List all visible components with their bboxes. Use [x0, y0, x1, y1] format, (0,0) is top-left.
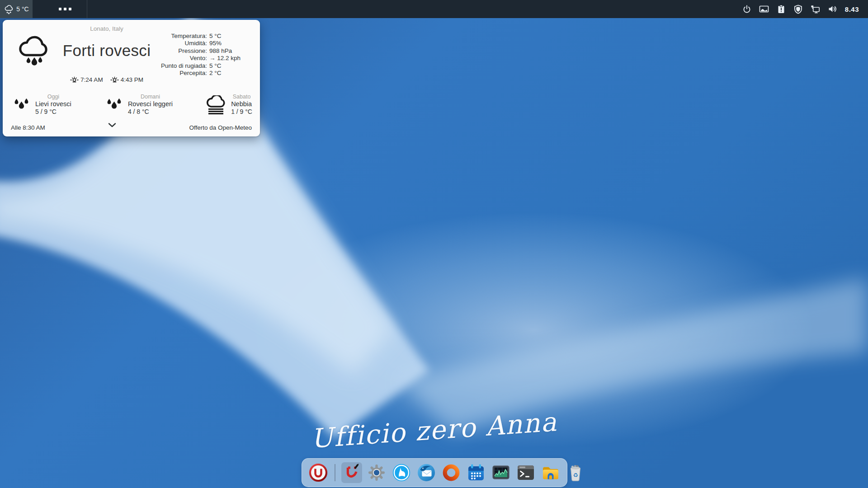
panel-overflow-menu-button[interactable]	[53, 0, 77, 18]
sun-times: 7:24 AM 4:43 PM	[39, 76, 175, 84]
forecast-domani: DomaniRovesci leggeri4 / 8 °C	[104, 94, 173, 120]
weather-popup: Lonato, Italy Forti rovesci	[3, 20, 260, 136]
system-tray: 8.43	[742, 4, 868, 14]
forecast-day: Oggi	[35, 94, 71, 100]
weather-attribution: Offerto da Open-Meteo	[189, 124, 252, 131]
ellipsis-icon	[59, 8, 61, 10]
sunrise-icon	[70, 76, 79, 84]
rain-icon	[12, 95, 31, 115]
dock-separator	[335, 464, 335, 481]
forecast-condition: Nebbia	[231, 100, 252, 108]
dock: ♻	[302, 458, 567, 487]
dock-ufficiozero-menu[interactable]	[308, 462, 329, 483]
dock-ufficiozero-app[interactable]	[341, 462, 362, 483]
weather-location: Lonato, Italy	[48, 25, 165, 32]
dock-calendar[interactable]	[466, 462, 486, 483]
weather-applet-indicator[interactable]: 5 °C	[0, 0, 33, 18]
detail-label: Umidità:	[71, 40, 207, 47]
detail-label: Punto di rugiada:	[71, 62, 207, 70]
power-icon[interactable]	[742, 4, 752, 14]
forecast-condition: Lievi rovesci	[35, 100, 71, 108]
dock-file-manager[interactable]	[540, 462, 561, 483]
dock-office-suite[interactable]	[441, 462, 462, 483]
uz-logo-icon	[308, 463, 328, 483]
sunset-time: 4:43 PM	[121, 76, 143, 83]
detail-value: → 12.2 kph	[209, 55, 254, 62]
expand-forecast-button[interactable]	[103, 123, 121, 127]
sunrise-time: 7:24 AM	[80, 76, 103, 83]
sunset-icon	[110, 76, 119, 84]
top-panel: 5 °C 8.43	[0, 0, 868, 18]
file-manager-icon	[541, 463, 561, 483]
detail-label: Vento:	[71, 55, 207, 62]
forecast-sabato: SabatoNebbia1 / 9 °C	[206, 94, 252, 120]
forecast-oggi: OggiLievi rovesci5 / 9 °C	[12, 94, 71, 120]
dock-librewolf-browser[interactable]	[391, 462, 412, 483]
forecast-temps: 5 / 9 °C	[35, 108, 71, 115]
forecast-temps: 1 / 9 °C	[231, 108, 252, 115]
librewolf-icon	[392, 463, 411, 483]
weather-details: Temperatura:5 °CUmidità:95%Pressione:988…	[71, 33, 254, 77]
dock-trash[interactable]: ♻	[565, 462, 586, 483]
display-icon[interactable]	[759, 4, 769, 14]
weather-updated-time: Alle 8:30 AM	[11, 124, 45, 131]
dock-thunderbird-mail[interactable]	[416, 462, 437, 483]
clock[interactable]: 8.43	[845, 5, 859, 13]
weather-popup-footer: Alle 8:30 AM Offerto da Open-Meteo	[11, 123, 252, 132]
dock-terminal[interactable]	[515, 462, 536, 483]
detail-value: 988 hPa	[209, 47, 254, 55]
system-monitor-icon	[491, 463, 511, 483]
detail-value: 95%	[209, 40, 254, 47]
detail-value: 2 °C	[209, 70, 254, 77]
forecast-row: OggiLievi rovesci5 / 9 °CDomaniRovesci l…	[12, 94, 252, 120]
trash-icon: ♻	[566, 463, 585, 483]
fog-icon	[206, 95, 226, 116]
detail-value: 5 °C	[209, 62, 254, 70]
rain-icon	[104, 95, 123, 115]
network-icon[interactable]	[811, 4, 821, 14]
chevron-down-icon	[108, 123, 116, 127]
forecast-temps: 4 / 8 °C	[128, 108, 173, 115]
forecast-day: Sabato	[231, 94, 252, 100]
thunderbird-icon	[416, 463, 436, 483]
rain-cloud-icon	[4, 4, 14, 14]
weather-indicator-temp: 5 °C	[16, 5, 28, 13]
gear-icon	[367, 463, 387, 483]
detail-label: Percepita:	[71, 70, 207, 77]
dock-system-monitor[interactable]	[491, 462, 511, 483]
office-icon	[442, 463, 461, 482]
panel-separator	[87, 0, 87, 18]
shield-icon[interactable]	[793, 4, 803, 14]
detail-label: Pressione:	[71, 47, 207, 55]
svg-text:♻: ♻	[573, 472, 578, 479]
uz-pen-icon	[343, 464, 361, 482]
volume-icon[interactable]	[828, 4, 838, 14]
forecast-condition: Rovesci leggeri	[128, 100, 173, 108]
detail-label: Temperatura:	[71, 33, 207, 40]
terminal-icon	[516, 463, 536, 483]
clipboard-icon[interactable]	[776, 4, 786, 14]
calendar-icon	[466, 463, 486, 483]
dock-settings[interactable]	[366, 462, 387, 483]
detail-value: 5 °C	[209, 33, 254, 40]
forecast-day: Domani	[128, 94, 173, 100]
